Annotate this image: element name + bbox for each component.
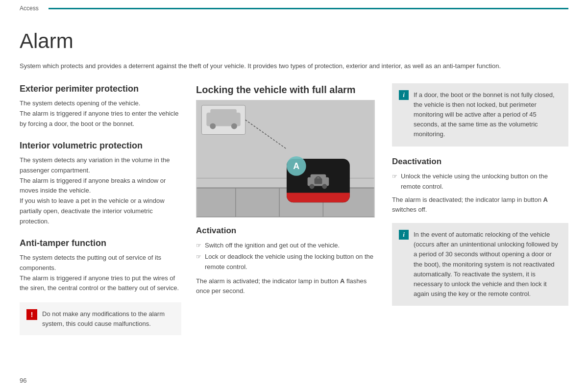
exterior-text: The system detects opening of the vehicl… <box>20 98 181 129</box>
alarm-illustration: A <box>196 100 374 217</box>
deactivation-list: Unlock the vehicle using the unlocking b… <box>392 172 568 192</box>
warning-box: ! Do not make any modifications to the a… <box>20 302 181 335</box>
svg-rect-15 <box>315 178 322 184</box>
vehicle-image: A <box>196 100 375 218</box>
warning-icon: ! <box>26 309 37 320</box>
activation-bullet-2: Lock or deadlock the vehicle using the l… <box>196 252 377 272</box>
svg-point-14 <box>322 184 327 189</box>
page-title: Alarm <box>20 25 568 56</box>
info-text-2: In the event of automatic relocking of t… <box>414 230 562 299</box>
intro-text: System which protects and provides a det… <box>20 61 559 72</box>
right-column: i If a door, the boot or the bonnet is n… <box>392 83 568 315</box>
header-divider <box>49 8 568 9</box>
info-box-2: i In the event of automatic relocking of… <box>392 223 568 306</box>
header: Access <box>0 0 588 16</box>
page-number: 96 <box>20 376 26 386</box>
left-column: Exterior perimiter protection The system… <box>20 83 181 335</box>
interior-heading: Interior volumetric protection <box>20 140 181 151</box>
exterior-heading: Exterior perimiter protection <box>20 83 181 95</box>
main-columns: Exterior perimiter protection The system… <box>20 83 568 335</box>
svg-rect-9 <box>287 193 350 202</box>
header-access-label: Access <box>20 4 39 13</box>
svg-text:A: A <box>293 161 299 171</box>
info-text-1: If a door, the boot or the bonnet is not… <box>414 90 562 140</box>
activation-note: The alarm is activated; the indicator la… <box>196 276 377 297</box>
antitamper-text: The system detects the putting out of se… <box>20 253 181 294</box>
activation-bullet-1: Switch off the ignition and get out of t… <box>196 241 377 251</box>
antitamper-heading: Anti-tamper function <box>20 238 181 249</box>
activation-heading: Activation <box>196 224 377 237</box>
svg-point-13 <box>310 184 315 189</box>
info-icon-1: i <box>399 90 409 100</box>
info-icon-2: i <box>399 230 409 240</box>
page-container: Alarm System which protects and provides… <box>0 16 588 350</box>
deactivation-bullet-1: Unlock the vehicle using the unlocking b… <box>392 172 568 192</box>
activation-list: Switch off the ignition and get out of t… <box>196 241 377 272</box>
interior-text: The system detects any variation in the … <box>20 155 181 227</box>
middle-column: Locking the vehicle with full alarm <box>196 83 377 296</box>
warning-text: Do not make any modifications to the ala… <box>42 309 174 328</box>
svg-point-22 <box>231 123 237 129</box>
deactivation-note: The alarm is deactivated; the indicator … <box>392 195 568 216</box>
svg-point-21 <box>210 123 216 129</box>
locking-heading: Locking the vehicle with full alarm <box>196 83 377 96</box>
svg-rect-20 <box>210 109 237 119</box>
deactivation-heading: Deactivation <box>392 155 568 168</box>
info-box-1: i If a door, the boot or the bonnet is n… <box>392 83 568 147</box>
